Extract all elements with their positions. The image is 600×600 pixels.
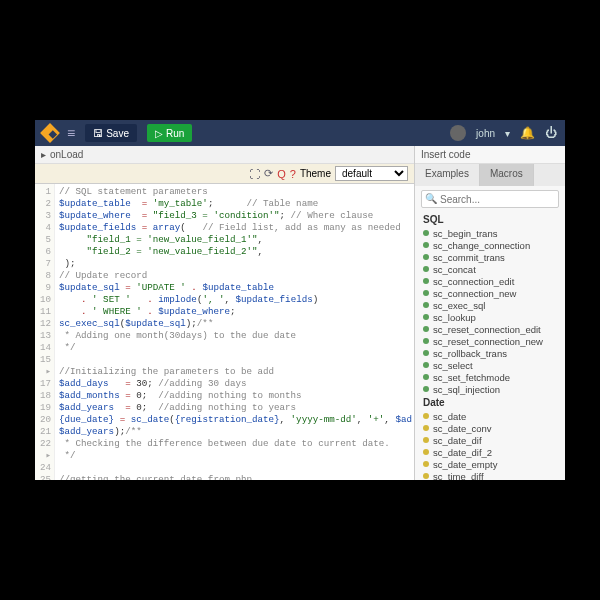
macro-dot-icon xyxy=(423,266,429,272)
macro-label: sc_sql_injection xyxy=(433,384,500,395)
code-line[interactable]: ); xyxy=(59,258,414,270)
code-line[interactable] xyxy=(59,462,414,474)
macro-item[interactable]: sc_select xyxy=(423,359,561,371)
titlebar: ≡ 🖫Save ▷Run john ▾ 🔔 ⏻ xyxy=(35,120,565,146)
macro-item[interactable]: sc_time_diff xyxy=(423,470,561,480)
macro-label: sc_exec_sql xyxy=(433,300,485,311)
code-line[interactable]: . ' WHERE ' . $update_where; xyxy=(59,306,414,318)
macro-item[interactable]: sc_begin_trans xyxy=(423,227,561,239)
macro-label: sc_lookup xyxy=(433,312,476,323)
avatar[interactable] xyxy=(450,125,466,141)
breadcrumb-label: onLoad xyxy=(50,149,83,160)
macro-item[interactable]: sc_date_dif_2 xyxy=(423,446,561,458)
power-icon[interactable]: ⏻ xyxy=(545,126,557,140)
code-line[interactable] xyxy=(59,354,414,366)
macro-dot-icon xyxy=(423,290,429,296)
macro-dot-icon xyxy=(423,386,429,392)
macro-item[interactable]: sc_date xyxy=(423,410,561,422)
sidebar: Insert code Examples Macros 🔍 SQLsc_begi… xyxy=(415,146,565,480)
macro-item[interactable]: sc_date_dif xyxy=(423,434,561,446)
run-button[interactable]: ▷Run xyxy=(147,124,192,142)
macro-label: sc_commit_trans xyxy=(433,252,505,263)
macro-item[interactable]: sc_reset_connection_edit xyxy=(423,323,561,335)
macro-item[interactable]: sc_sql_injection xyxy=(423,383,561,395)
code-line[interactable]: sc_exec_sql($update_sql);/** xyxy=(59,318,414,330)
macro-list: SQLsc_begin_transsc_change_connectionsc_… xyxy=(415,212,565,480)
user-name[interactable]: john xyxy=(476,128,495,139)
tab-macros[interactable]: Macros xyxy=(480,164,534,186)
code-line[interactable]: $add_years);/** xyxy=(59,426,414,438)
macro-dot-icon xyxy=(423,413,429,419)
theme-select[interactable]: default xyxy=(335,166,408,181)
macro-label: sc_reset_connection_edit xyxy=(433,324,541,335)
macro-dot-icon xyxy=(423,230,429,236)
macro-dot-icon xyxy=(423,461,429,467)
bell-icon[interactable]: 🔔 xyxy=(520,126,535,140)
search-code-icon[interactable]: Q xyxy=(277,168,286,180)
code-line[interactable]: */ xyxy=(59,450,414,462)
code-line[interactable]: //Initializing the parameters to be add xyxy=(59,366,414,378)
fullscreen-icon[interactable]: ⛶ xyxy=(249,168,260,180)
macro-dot-icon xyxy=(423,278,429,284)
code-line[interactable]: $update_fields = array( // Field list, a… xyxy=(59,222,414,234)
macro-item[interactable]: sc_connection_edit xyxy=(423,275,561,287)
macro-label: sc_begin_trans xyxy=(433,228,497,239)
macro-label: sc_date_dif_2 xyxy=(433,447,492,458)
macro-item[interactable]: sc_date_empty xyxy=(423,458,561,470)
macro-item[interactable]: sc_commit_trans xyxy=(423,251,561,263)
sidebar-tabs: Examples Macros xyxy=(415,164,565,186)
macro-item[interactable]: sc_change_connection xyxy=(423,239,561,251)
sidebar-header: Insert code xyxy=(415,146,565,164)
code-line[interactable]: $update_table = 'my_table'; // Table nam… xyxy=(59,198,414,210)
tab-examples[interactable]: Examples xyxy=(415,164,480,186)
macro-dot-icon xyxy=(423,254,429,260)
macro-label: sc_time_diff xyxy=(433,471,484,481)
macro-group-header[interactable]: SQL xyxy=(423,212,561,227)
macro-item[interactable]: sc_connection_new xyxy=(423,287,561,299)
code-line[interactable]: $update_sql = 'UPDATE ' . $update_table xyxy=(59,282,414,294)
user-area: john ▾ 🔔 ⏻ xyxy=(450,125,557,141)
code-line[interactable]: $add_days = 30; //adding 30 days xyxy=(59,378,414,390)
code-line[interactable]: * Checking the difference between due da… xyxy=(59,438,414,450)
code-line[interactable]: $update_where = "field_3 = 'condition'";… xyxy=(59,210,414,222)
macro-item[interactable]: sc_exec_sql xyxy=(423,299,561,311)
code-line[interactable]: $add_months = 0; //adding nothing to mon… xyxy=(59,390,414,402)
editor-pane: ▸ onLoad ⛶ ⟳ Q ? Theme default 123456789… xyxy=(35,146,415,480)
macro-item[interactable]: sc_rollback_trans xyxy=(423,347,561,359)
macro-dot-icon xyxy=(423,338,429,344)
macro-dot-icon xyxy=(423,302,429,308)
refresh-icon[interactable]: ⟳ xyxy=(264,167,273,180)
chevron-down-icon[interactable]: ▾ xyxy=(505,128,510,139)
code-editor[interactable]: 123456789101112131415▸171819202122▸24252… xyxy=(35,184,414,480)
macro-label: sc_reset_connection_new xyxy=(433,336,543,347)
code-line[interactable]: // Update record xyxy=(59,270,414,282)
code-line[interactable]: //getting the current date from php xyxy=(59,474,414,480)
breadcrumb[interactable]: ▸ onLoad xyxy=(35,146,414,164)
save-button[interactable]: 🖫Save xyxy=(85,124,137,142)
macro-item[interactable]: sc_date_conv xyxy=(423,422,561,434)
search-input[interactable] xyxy=(421,190,559,208)
menu-icon[interactable]: ≡ xyxy=(67,125,75,141)
code-line[interactable]: . ' SET ' . implode(', ', $update_fields… xyxy=(59,294,414,306)
code-line[interactable]: {due_date} = sc_date({registration_date}… xyxy=(59,414,414,426)
macro-dot-icon xyxy=(423,473,429,479)
macro-dot-icon xyxy=(423,437,429,443)
help-icon[interactable]: ? xyxy=(290,168,296,180)
macro-item[interactable]: sc_concat xyxy=(423,263,561,275)
macro-label: sc_connection_edit xyxy=(433,276,514,287)
macro-dot-icon xyxy=(423,314,429,320)
code-line[interactable]: "field_2 = 'new_value_field_2'", xyxy=(59,246,414,258)
code-line[interactable]: $add_years = 0; //adding nothing to year… xyxy=(59,402,414,414)
macro-item[interactable]: sc_set_fetchmode xyxy=(423,371,561,383)
macro-item[interactable]: sc_lookup xyxy=(423,311,561,323)
code-area[interactable]: // SQL statement parameters$update_table… xyxy=(55,184,414,480)
code-line[interactable]: */ xyxy=(59,342,414,354)
code-line[interactable]: "field_1 = 'new_value_field_1'", xyxy=(59,234,414,246)
macro-label: sc_connection_new xyxy=(433,288,516,299)
macro-label: sc_select xyxy=(433,360,473,371)
macro-item[interactable]: sc_reset_connection_new xyxy=(423,335,561,347)
macro-label: sc_set_fetchmode xyxy=(433,372,510,383)
code-line[interactable]: // SQL statement parameters xyxy=(59,186,414,198)
code-line[interactable]: * Adding one month(30days) to the due da… xyxy=(59,330,414,342)
macro-group-header[interactable]: Date xyxy=(423,395,561,410)
